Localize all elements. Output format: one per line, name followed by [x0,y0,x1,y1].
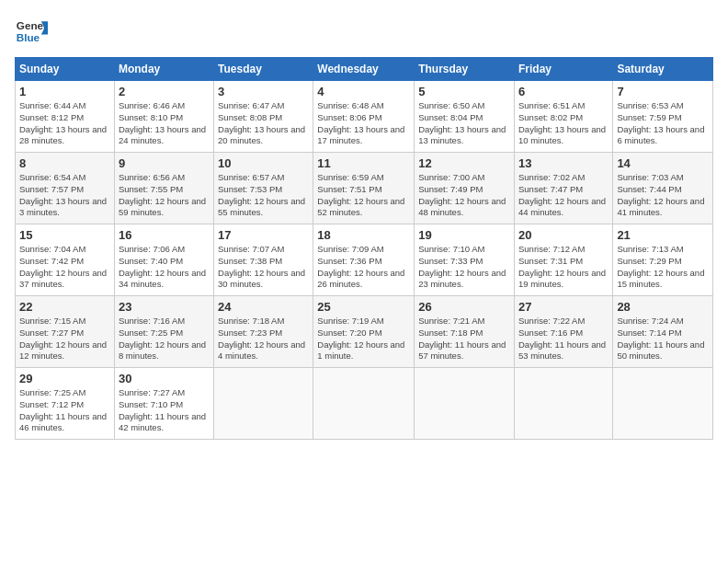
calendar-cell: 24 Sunrise: 7:18 AMSunset: 7:23 PMDaylig… [214,296,313,368]
day-number: 4 [317,85,410,98]
day-detail: Sunrise: 6:57 AMSunset: 7:53 PMDaylight:… [218,172,305,217]
calendar-cell [514,368,612,440]
day-number: 21 [617,228,709,242]
calendar-cell: 23 Sunrise: 7:16 AMSunset: 7:25 PMDaylig… [114,296,213,368]
calendar-cell: 30 Sunrise: 7:27 AMSunset: 7:10 PMDaylig… [114,368,213,440]
calendar-cell: 16 Sunrise: 7:06 AMSunset: 7:40 PMDaylig… [114,224,213,296]
day-detail: Sunrise: 6:46 AMSunset: 8:10 PMDaylight:… [119,100,206,145]
day-number: 17 [218,228,309,242]
logo: General Blue [15,15,48,48]
day-number: 13 [518,156,609,170]
calendar-table: SundayMondayTuesdayWednesdayThursdayFrid… [15,57,713,440]
day-detail: Sunrise: 7:16 AMSunset: 7:25 PMDaylight:… [119,316,206,361]
day-number: 7 [617,85,709,98]
day-detail: Sunrise: 6:54 AMSunset: 7:57 PMDaylight:… [19,172,107,217]
day-detail: Sunrise: 7:25 AMSunset: 7:12 PMDaylight:… [19,387,107,432]
svg-text:General: General [17,19,48,31]
day-detail: Sunrise: 7:02 AMSunset: 7:47 PMDaylight:… [518,172,606,217]
day-number: 10 [218,156,309,170]
day-detail: Sunrise: 7:06 AMSunset: 7:40 PMDaylight:… [119,244,206,289]
day-detail: Sunrise: 6:48 AMSunset: 8:06 PMDaylight:… [317,100,404,145]
calendar-cell: 12 Sunrise: 7:00 AMSunset: 7:49 PMDaylig… [415,153,515,224]
calendar-cell: 8 Sunrise: 6:54 AMSunset: 7:57 PMDayligh… [16,153,115,224]
calendar-cell [214,368,313,440]
day-number: 9 [119,156,210,170]
calendar-cell: 13 Sunrise: 7:02 AMSunset: 7:47 PMDaylig… [514,153,612,224]
day-detail: Sunrise: 7:07 AMSunset: 7:38 PMDaylight:… [218,244,305,289]
day-number: 30 [119,372,210,385]
day-number: 16 [119,228,210,242]
calendar-cell: 7 Sunrise: 6:53 AMSunset: 7:59 PMDayligh… [613,81,713,153]
day-number: 15 [19,228,110,242]
day-number: 8 [19,156,110,170]
day-detail: Sunrise: 7:19 AMSunset: 7:20 PMDaylight:… [317,316,404,361]
day-detail: Sunrise: 6:56 AMSunset: 7:55 PMDaylight:… [119,172,206,217]
day-detail: Sunrise: 7:13 AMSunset: 7:29 PMDaylight:… [617,244,704,289]
calendar-cell: 10 Sunrise: 6:57 AMSunset: 7:53 PMDaylig… [214,153,313,224]
day-detail: Sunrise: 7:27 AMSunset: 7:10 PMDaylight:… [119,387,206,432]
day-number: 28 [617,300,709,314]
calendar-cell: 9 Sunrise: 6:56 AMSunset: 7:55 PMDayligh… [114,153,213,224]
calendar-cell: 25 Sunrise: 7:19 AMSunset: 7:20 PMDaylig… [313,296,415,368]
day-detail: Sunrise: 6:47 AMSunset: 8:08 PMDaylight:… [218,100,305,145]
weekday-header-sunday: Sunday [16,58,115,81]
day-number: 18 [317,228,410,242]
day-detail: Sunrise: 7:21 AMSunset: 7:18 PMDaylight:… [418,316,506,361]
calendar-cell: 14 Sunrise: 7:03 AMSunset: 7:44 PMDaylig… [613,153,713,224]
day-detail: Sunrise: 6:53 AMSunset: 7:59 PMDaylight:… [617,100,704,145]
weekday-header-thursday: Thursday [415,58,515,81]
day-number: 11 [317,156,410,170]
day-detail: Sunrise: 7:22 AMSunset: 7:16 PMDaylight:… [518,316,606,361]
day-detail: Sunrise: 6:59 AMSunset: 7:51 PMDaylight:… [317,172,404,217]
svg-text:Blue: Blue [17,31,40,43]
day-number: 12 [418,156,510,170]
calendar-cell: 17 Sunrise: 7:07 AMSunset: 7:38 PMDaylig… [214,224,313,296]
day-number: 2 [119,85,210,98]
day-detail: Sunrise: 7:15 AMSunset: 7:27 PMDaylight:… [19,316,107,361]
day-number: 1 [19,85,110,98]
calendar-cell: 2 Sunrise: 6:46 AMSunset: 8:10 PMDayligh… [114,81,213,153]
calendar-cell: 11 Sunrise: 6:59 AMSunset: 7:51 PMDaylig… [313,153,415,224]
day-number: 26 [418,300,510,314]
day-number: 19 [418,228,510,242]
day-detail: Sunrise: 6:44 AMSunset: 8:12 PMDaylight:… [19,100,107,145]
calendar-cell: 21 Sunrise: 7:13 AMSunset: 7:29 PMDaylig… [613,224,713,296]
calendar-cell: 26 Sunrise: 7:21 AMSunset: 7:18 PMDaylig… [415,296,515,368]
calendar-cell [613,368,713,440]
day-detail: Sunrise: 7:12 AMSunset: 7:31 PMDaylight:… [518,244,606,289]
calendar-cell: 29 Sunrise: 7:25 AMSunset: 7:12 PMDaylig… [16,368,115,440]
calendar-cell: 28 Sunrise: 7:24 AMSunset: 7:14 PMDaylig… [613,296,713,368]
weekday-header-saturday: Saturday [613,58,713,81]
day-number: 27 [518,300,609,314]
calendar-cell [313,368,415,440]
weekday-header-tuesday: Tuesday [214,58,313,81]
day-detail: Sunrise: 7:04 AMSunset: 7:42 PMDaylight:… [19,244,107,289]
calendar-cell: 27 Sunrise: 7:22 AMSunset: 7:16 PMDaylig… [514,296,612,368]
calendar-cell: 1 Sunrise: 6:44 AMSunset: 8:12 PMDayligh… [16,81,115,153]
calendar-cell: 18 Sunrise: 7:09 AMSunset: 7:36 PMDaylig… [313,224,415,296]
day-detail: Sunrise: 6:51 AMSunset: 8:02 PMDaylight:… [518,100,606,145]
day-detail: Sunrise: 7:24 AMSunset: 7:14 PMDaylight:… [617,316,704,361]
calendar-cell: 20 Sunrise: 7:12 AMSunset: 7:31 PMDaylig… [514,224,612,296]
day-detail: Sunrise: 6:50 AMSunset: 8:04 PMDaylight:… [418,100,506,145]
day-detail: Sunrise: 7:00 AMSunset: 7:49 PMDaylight:… [418,172,506,217]
calendar-cell: 19 Sunrise: 7:10 AMSunset: 7:33 PMDaylig… [415,224,515,296]
calendar-cell: 22 Sunrise: 7:15 AMSunset: 7:27 PMDaylig… [16,296,115,368]
day-number: 14 [617,156,709,170]
weekday-header-wednesday: Wednesday [313,58,415,81]
day-number: 20 [518,228,609,242]
page-header: General Blue [15,15,713,48]
day-number: 23 [119,300,210,314]
day-number: 24 [218,300,309,314]
logo-icon: General Blue [15,15,48,48]
calendar-cell: 3 Sunrise: 6:47 AMSunset: 8:08 PMDayligh… [214,81,313,153]
day-number: 6 [518,85,609,98]
day-detail: Sunrise: 7:10 AMSunset: 7:33 PMDaylight:… [418,244,506,289]
calendar-cell: 15 Sunrise: 7:04 AMSunset: 7:42 PMDaylig… [16,224,115,296]
day-number: 5 [418,85,510,98]
day-detail: Sunrise: 7:09 AMSunset: 7:36 PMDaylight:… [317,244,404,289]
weekday-header-friday: Friday [514,58,612,81]
day-number: 25 [317,300,410,314]
calendar-cell [415,368,515,440]
calendar-cell: 5 Sunrise: 6:50 AMSunset: 8:04 PMDayligh… [415,81,515,153]
